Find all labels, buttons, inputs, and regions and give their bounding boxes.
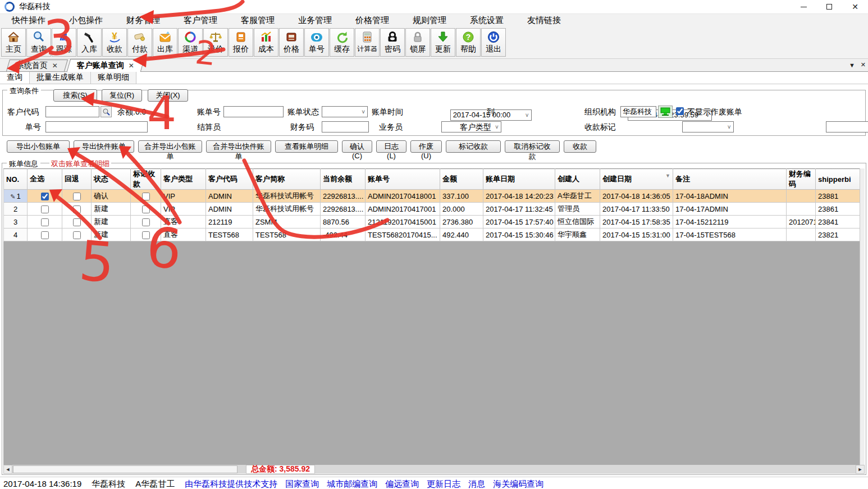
toolbar-search-button[interactable]: 查询 <box>26 28 51 57</box>
row-paid-checkbox[interactable] <box>142 193 150 200</box>
table-row[interactable]: 3 新建 直客 212119 ZSMM 8870.56 212119201704… <box>4 216 860 228</box>
col-finance-code[interactable]: 财务编码 <box>787 169 816 190</box>
tab-list-dropdown-icon[interactable]: ▼ <box>849 62 855 68</box>
void-button[interactable]: 作废(U) <box>410 140 442 153</box>
toolbar-receive-payment-button[interactable]: ¥ 收款 <box>102 28 127 57</box>
toolbar-password-button[interactable]: 密码 <box>380 28 405 57</box>
tabstrip-close-icon[interactable]: ✕ <box>861 61 866 68</box>
toolbar-inbound-button[interactable]: 入库 <box>77 28 102 57</box>
toolbar-price-button[interactable]: 价格 <box>279 28 304 57</box>
col-customer-name[interactable]: 客户简称 <box>253 169 321 190</box>
col-no[interactable]: NO. <box>4 169 28 190</box>
col-creator[interactable]: 创建人 <box>555 169 600 190</box>
toolbar-update-button[interactable]: 更新 <box>431 28 455 57</box>
tab-close-icon[interactable]: ✕ <box>52 62 58 70</box>
search-button[interactable]: 搜索(S) <box>53 89 97 102</box>
table-row[interactable]: 4 新建 直客 TEST568 TEST568 -492.44 TEST5682… <box>4 228 860 241</box>
row-rollback-checkbox[interactable] <box>73 193 81 200</box>
menu-express-ops[interactable]: 快件操作 <box>6 14 52 27</box>
menu-service[interactable]: 客服管理 <box>235 14 281 27</box>
scrollbar-thumb[interactable] <box>13 465 237 473</box>
col-rollback[interactable]: 回退 <box>62 169 92 190</box>
col-bill-no[interactable]: 账单号 <box>366 169 440 190</box>
tracking-no-input[interactable] <box>45 121 148 132</box>
view-bill-detail-button[interactable]: 查看账单明细 <box>275 140 338 153</box>
tab-system-home[interactable]: 系统首页 ✕ <box>6 60 68 71</box>
scroll-right-icon[interactable]: ► <box>856 465 865 474</box>
table-row[interactable]: ✎1 确认 VIP ADMIN 华磊科技试用帐号 22926813.... AD… <box>4 190 860 203</box>
salesman-select[interactable]: ˅ <box>682 121 734 132</box>
row-paid-checkbox[interactable] <box>142 231 150 239</box>
row-select-checkbox[interactable] <box>41 193 49 200</box>
bill-no-input[interactable] <box>223 106 284 117</box>
col-amount[interactable]: 金额 <box>440 169 483 190</box>
maximize-button[interactable] <box>816 0 842 13</box>
vertical-scrollbar[interactable] <box>860 168 865 465</box>
col-remark[interactable]: 备注 <box>673 169 787 190</box>
row-select-checkbox[interactable] <box>41 205 49 213</box>
organization-picker-icon[interactable] <box>658 106 673 118</box>
row-select-checkbox[interactable] <box>41 218 49 226</box>
confirm-button[interactable]: 确认(C) <box>342 140 372 153</box>
status-link-customs-code-query[interactable]: 海关编码查询 <box>493 479 543 489</box>
mark-paid-button[interactable]: 标记收款 <box>446 140 501 153</box>
row-rollback-checkbox[interactable] <box>73 231 81 239</box>
tab-close-icon[interactable]: ✕ <box>129 62 134 70</box>
toolbar-exit-button[interactable]: 退出 <box>481 28 506 57</box>
export-express-bill-button[interactable]: 导出快件账单 <box>74 140 134 153</box>
subtab-batch-generate-bill[interactable]: 批量生成账单 <box>30 71 91 84</box>
col-created-date[interactable]: 创建日期▼ <box>600 169 673 190</box>
col-current-balance[interactable]: 当前余额 <box>321 169 366 190</box>
row-rollback-checkbox[interactable] <box>73 205 81 213</box>
status-link-city-zip-query[interactable]: 城市邮编查询 <box>327 479 377 489</box>
menu-settings[interactable]: 系统设置 <box>464 14 510 27</box>
toolbar-pay-button[interactable]: 付款 <box>127 28 152 57</box>
finance-code-input[interactable] <box>322 121 369 132</box>
row-paid-checkbox[interactable] <box>142 205 150 213</box>
toolbar-calculator-button[interactable]: 计算器 <box>355 28 380 57</box>
menu-rules[interactable]: 规则管理 <box>406 14 453 27</box>
col-bill-date[interactable]: 账单日期 <box>483 169 555 190</box>
col-customer-code[interactable]: 客户代码 <box>206 169 253 190</box>
menu-links[interactable]: 友情链接 <box>521 14 567 27</box>
col-customer-type[interactable]: 客户类型 <box>161 169 206 190</box>
merge-export-parcel-bill-button[interactable]: 合并导出小包账单 <box>138 140 202 153</box>
menu-parcel-ops[interactable]: 小包操作 <box>63 14 109 27</box>
toolbar-cost-button[interactable]: 成本 <box>254 28 278 57</box>
log-button[interactable]: 日志(L) <box>376 140 406 153</box>
status-link-tech-support[interactable]: 由华磊科技提供技术支持 <box>185 479 277 489</box>
toolbar-cache-button[interactable]: 缓存 <box>330 28 354 57</box>
toolbar-set-price-button[interactable]: 设价 <box>203 28 228 57</box>
toolbar-track-button[interactable]: 跟踪 <box>52 28 76 57</box>
unmark-paid-button[interactable]: 取消标记收款 <box>505 140 560 153</box>
menu-price[interactable]: 价格管理 <box>349 14 395 27</box>
scroll-left-icon[interactable]: ◄ <box>3 465 12 474</box>
customer-type-select[interactable]: ˅ <box>826 121 868 132</box>
toolbar-outbound-button[interactable]: 出库 <box>153 28 177 57</box>
tab-customer-bill-query[interactable]: 客户账单查询 ✕ <box>67 59 145 72</box>
customer-code-input[interactable] <box>45 106 99 117</box>
menu-business[interactable]: 业务管理 <box>292 14 338 27</box>
export-parcel-bill-button[interactable]: 导出小包账单 <box>7 140 70 153</box>
table-row[interactable]: 2 新建 VIP ADMIN 华磊科技试用帐号 22926813.... ADM… <box>4 203 860 216</box>
status-link-update-log[interactable]: 更新日志 <box>427 479 460 489</box>
toolbar-quote-button[interactable]: 报价 <box>229 28 253 57</box>
col-mark-paid[interactable]: 标记收款 <box>131 169 161 190</box>
reset-button[interactable]: 复位(R) <box>102 89 142 102</box>
minimize-button[interactable] <box>791 0 816 13</box>
horizontal-scrollbar[interactable]: ◄ 总金额: 3,585.92 ► <box>3 465 865 474</box>
subtab-query[interactable]: 查询 <box>0 71 30 84</box>
toolbar-channel-button[interactable]: 渠道 <box>178 28 203 57</box>
col-shipper-bill[interactable]: shipperbi <box>816 169 860 190</box>
toolbar-home-button[interactable]: 主页 <box>1 28 26 57</box>
status-link-remote-area-query[interactable]: 偏远查询 <box>385 479 419 489</box>
toolbar-lock-screen-button[interactable]: 锁屏 <box>405 28 430 57</box>
merge-export-express-bill-button[interactable]: 合并导出快件账单 <box>206 140 271 153</box>
customer-lookup-icon[interactable] <box>100 106 112 117</box>
toolbar-tracking-number-button[interactable]: 单号 <box>304 28 329 57</box>
toolbar-help-button[interactable]: ? 帮助 <box>456 28 481 57</box>
status-link-messages[interactable]: 消息 <box>468 479 485 489</box>
close-button[interactable]: ✕ <box>842 0 868 13</box>
close-query-button[interactable]: 关闭(X) <box>148 89 188 102</box>
row-select-checkbox[interactable] <box>41 231 49 239</box>
